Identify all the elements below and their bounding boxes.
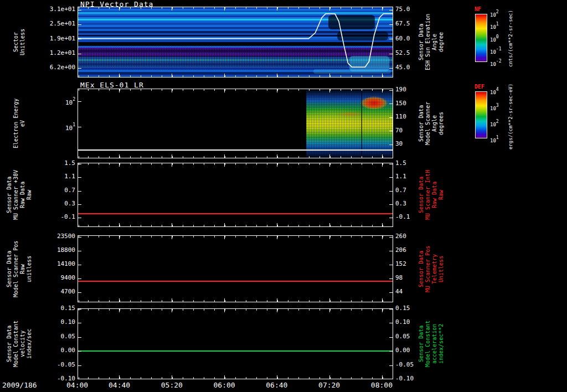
sun-elevation-curve xyxy=(78,7,393,77)
tick-label: 05:20 xyxy=(161,381,183,390)
axis-ticks xyxy=(78,163,393,167)
axis-ticks xyxy=(78,236,393,239)
tick-label: 30 xyxy=(395,141,403,147)
panel2-title: MEx ELS-01 LR xyxy=(80,81,144,89)
tick-label: 14100 xyxy=(57,261,75,267)
figure: NPI Vector Data MEx ELS-01 LR 3.1e+012.5… xyxy=(0,0,567,392)
tick-label: -0.10 xyxy=(395,375,414,382)
tick-label: 0.15 xyxy=(61,305,76,312)
axis-ticks xyxy=(389,164,393,219)
tick-label: 08:00 xyxy=(371,381,393,390)
nf-colorbar-title: NF xyxy=(475,6,481,12)
tick-label: -0.05 xyxy=(395,362,414,368)
tick-label: 75.0 xyxy=(395,6,410,13)
tick-label: -0.05 xyxy=(57,362,75,368)
tick-label: 0.15 xyxy=(395,305,410,312)
nf-colorbar-units: cnts/(cm**2-sr-sec) xyxy=(506,8,514,69)
tick-label: 110 xyxy=(395,114,406,120)
tick-label: 1.5 xyxy=(64,160,75,167)
x-axis-date: 2009/186 xyxy=(2,381,37,389)
tick-label: 0.00 xyxy=(395,347,410,354)
tick-label: 260 xyxy=(395,233,406,240)
def-colorbar xyxy=(475,91,487,138)
nf-colorbar xyxy=(475,14,487,62)
tick-label: 45.0 xyxy=(395,64,410,71)
tick-label: -0.1 xyxy=(61,214,76,220)
mu30v-left-ticks: 1.51.10.70.3-0.1 xyxy=(31,160,75,220)
tick-label: 0.00 xyxy=(61,347,76,354)
tick-label: 1.5 xyxy=(395,160,406,167)
tick-label: 0.05 xyxy=(395,333,410,340)
tick-label: 0.10 xyxy=(395,319,410,326)
model-constant-panel xyxy=(78,308,393,379)
tick-label: 2.5e+01 xyxy=(50,20,75,27)
tick-label: 0.3 xyxy=(395,200,406,207)
tick-label: 06:40 xyxy=(266,381,287,390)
tick-label: 152 xyxy=(395,261,406,267)
scanner-pos-left-ticks: 23500188001410094004700 xyxy=(31,233,75,295)
tick-label: 67.5 xyxy=(395,20,410,27)
els-spectrogram xyxy=(306,90,393,158)
tick-label: 0.3 xyxy=(64,200,75,207)
tick-label: 60.0 xyxy=(395,35,410,42)
tick-label: 0.10 xyxy=(61,319,76,326)
axis-ticks xyxy=(78,223,393,226)
tick-label: 07:20 xyxy=(318,381,340,390)
def-colorbar-units: ergs/(cm**2-sr-sec-eV) xyxy=(506,86,514,147)
els-noise-texture xyxy=(306,90,393,158)
axis-ticks xyxy=(78,375,393,379)
tick-label: -0.1 xyxy=(395,214,410,220)
tick-label: 06:00 xyxy=(214,381,235,390)
els-baseline-line xyxy=(78,149,393,151)
tick-label: 190 xyxy=(395,86,406,93)
axis-ticks xyxy=(78,164,81,219)
scanner-pos-line xyxy=(78,281,393,282)
axis-ticks xyxy=(78,101,81,127)
model-constant-left-axis-label: Sensor Data Model Constant velocity inde… xyxy=(7,308,32,379)
tick-label: 52.5 xyxy=(395,50,410,56)
axis-ticks xyxy=(389,309,393,379)
x-axis-first-tick: 04:00 xyxy=(66,381,88,389)
tick-label: 18800 xyxy=(57,247,75,254)
def-colorbar-title: DEF xyxy=(475,84,484,90)
scanner-pos-left-axis-label: Sensor Data Model Scanner Pos Raw unitle… xyxy=(7,235,32,302)
tick-label: 9400 xyxy=(61,275,76,281)
tick-label: 04:40 xyxy=(109,381,130,390)
x-axis-ticks: 04:4005:2006:0006:4007:2008:00 xyxy=(109,381,393,390)
axis-ticks xyxy=(78,309,81,379)
tick-label: 0.7 xyxy=(395,187,406,194)
tick-label: 3.1e+01 xyxy=(50,6,75,13)
scanner-pos-panel xyxy=(78,235,393,302)
mu30v-right-axis-label: Sensor Data MU Scanner IntH Raw Data Raw xyxy=(415,163,447,227)
sun-elevation-line xyxy=(78,14,393,67)
els-left-axis-label: Electron Energy eV xyxy=(7,89,32,158)
tick-label: 101 xyxy=(65,123,75,130)
tick-label: 206 xyxy=(395,247,406,254)
model-constant-left-ticks: 0.150.100.050.00-0.05-0.10 xyxy=(31,305,75,382)
tick-label: 6.2e+00 xyxy=(50,64,75,71)
tick-label: 70 xyxy=(395,127,403,134)
axis-ticks xyxy=(389,237,393,293)
model-constant-line xyxy=(78,350,393,352)
npi-spectrogram-panel xyxy=(78,7,393,78)
tick-label: 44 xyxy=(395,288,403,295)
tick-label: 0.05 xyxy=(61,333,76,340)
els-left-ticks: 102101 xyxy=(31,97,75,130)
tick-label: 0.7 xyxy=(64,187,75,194)
tick-label: 1.9e+01 xyxy=(50,35,75,42)
tick-label: 150 xyxy=(395,100,406,107)
tick-label: 102 xyxy=(65,97,75,104)
axis-ticks xyxy=(78,237,81,293)
npi-left-ticks: 3.1e+012.5e+011.9e+011.2e+016.2e+00 xyxy=(31,6,75,71)
npi-right-axis-label: Sensor Data ESH Sun Elevation Angle degr… xyxy=(415,7,447,78)
axis-ticks xyxy=(78,309,393,312)
npi-left-axis-label: Sector Unitless xyxy=(7,7,32,78)
mu-scanner-30v-panel xyxy=(78,163,393,227)
tick-label: 1.1 xyxy=(395,173,406,180)
mu-scanner-30v-line xyxy=(78,213,393,214)
tick-label: 1.2e+01 xyxy=(50,50,75,56)
model-constant-right-axis-label: Sensor Data Model Constant acceleration … xyxy=(415,308,447,379)
tick-label: 23500 xyxy=(57,233,75,240)
scanner-pos-right-axis-label: Sensor Data MU Scanner Pos Telemetry Uni… xyxy=(415,235,447,302)
els-right-axis-label: Sensor Data Model Scanner Angle degrees xyxy=(415,89,447,158)
